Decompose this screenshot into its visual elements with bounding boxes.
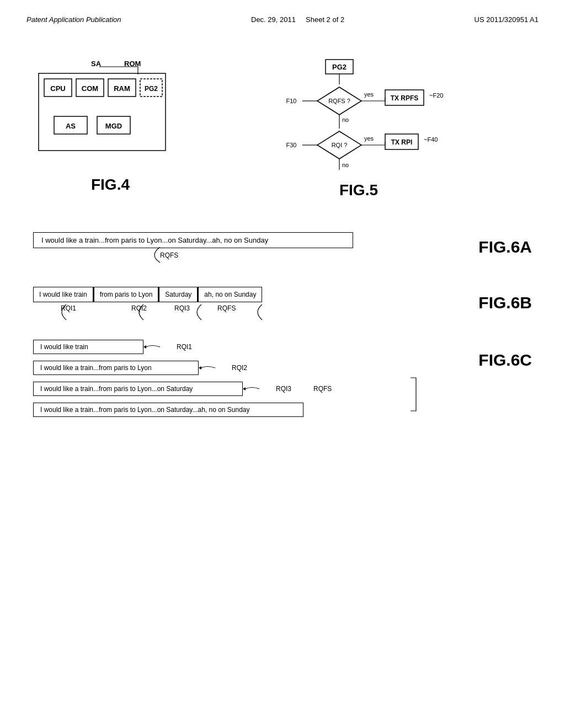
svg-text:~F20: ~F20 [429,92,443,99]
svg-text:AS: AS [66,122,76,130]
svg-marker-43 [143,345,146,349]
fig6c-row3: I would like a train...from paris to Lyo… [33,382,532,396]
fig6c-row4: I would like a train...from paris to Lyo… [33,403,532,417]
page-header: Patent Application Publication Dec. 29, … [0,0,565,24]
fig6c-row2: I would like a train...from paris to Lyo… [33,361,532,375]
fig6c-arrow3-svg [243,383,276,394]
svg-text:RAM: RAM [114,84,130,93]
fig6a-box-area: I would like a train...from paris to Lyo… [33,232,478,259]
fig6c-rqi3-label: RQI3 [276,385,291,393]
fig6b-box1: I would Iike train [33,287,93,302]
svg-marker-44 [199,366,201,370]
svg-text:PG2: PG2 [145,85,158,93]
fig5-svg: PG2 RQFS ? F10 no [265,57,452,173]
fig6a-section: I would like a train...from paris to Lyo… [33,232,532,259]
fig4-label: FIG.4 [91,176,130,194]
fig6b-labels: RQI1 RQI2 RQI3 RQFS FIG.6B [33,304,532,312]
fig6c-rqi2-label: RQI2 [232,364,247,372]
fig-top-row: SA ROM CPU COM [33,57,532,199]
fig6b-box4: ah, no on Sunday [197,287,262,302]
svg-text:RQI ?: RQI ? [332,142,348,148]
header-right: US 2011/320951 A1 [475,15,539,24]
patent-number: US 2011/320951 A1 [475,15,539,24]
svg-text:PG2: PG2 [332,63,347,71]
fig6b-arrows-svg [33,302,392,322]
fig6c-rqfs-side: RQFS [313,385,332,393]
svg-text:CPU: CPU [50,84,65,93]
fig6b-box2: from paris to Lyon [93,287,159,302]
svg-text:~F40: ~F40 [424,136,438,143]
svg-text:RQFS ?: RQFS ? [328,98,350,104]
fig6b-boxes-row: I would Iike train from paris to Lyon Sa… [33,287,532,302]
svg-text:no: no [342,116,349,123]
main-content: SA ROM CPU COM [0,24,565,439]
fig6c-brace-svg [405,375,422,414]
publication-type: Patent Application Publication [26,15,121,24]
fig6c-arrow2-svg [199,362,232,373]
svg-text:no: no [342,162,349,168]
fig6b-box3: Saturday [158,287,198,302]
svg-marker-45 [243,387,246,390]
fig6c-box3: I would like a train...from paris to Lyo… [33,382,243,396]
fig5-diagram: PG2 RQFS ? F10 no [265,57,452,173]
fig6a-below: RQFS [160,251,478,259]
fig4-diagram: SA ROM CPU COM [33,57,188,167]
fig6c-box1: I would Iike train [33,340,143,354]
sheet-info: Sheet 2 of 2 [306,15,344,24]
fig5-container: PG2 RQFS ? F10 no [265,57,452,199]
svg-text:MGD: MGD [105,122,122,130]
fig6a-box: I would like a train...from paris to Lyo… [33,232,353,248]
pub-date: Dec. 29, 2011 [251,15,296,24]
fig6b-label: FIG.6B [478,293,532,312]
fig6a-row: I would like a train...from paris to Lyo… [33,232,532,259]
fig6b-section: I would Iike train from paris to Lyon Sa… [33,287,532,312]
svg-text:yes: yes [364,91,374,98]
header-left: Patent Application Publication [26,15,121,24]
fig5-label: FIG.5 [339,181,378,199]
fig6a-arrow-svg [138,247,193,264]
svg-text:TX RPI: TX RPI [391,138,413,146]
header-center: Dec. 29, 2011 Sheet 2 of 2 [251,15,344,24]
fig4-svg: CPU COM RAM PG2 AS MGD [33,57,188,167]
svg-text:F10: F10 [286,98,297,104]
fig6c-arrow1-svg [143,341,177,352]
fig6c-box2: I would like a train...from paris to Lyo… [33,361,199,375]
fig6c-label: FIG.6C [478,351,532,370]
svg-text:yes: yes [364,135,374,142]
fig6c-rqi1-label: RQI1 [177,343,192,351]
fig6c-box4: I would like a train...from paris to Lyo… [33,403,303,417]
fig6c-row1: I would Iike train RQI1 [33,340,532,354]
fig6a-label: FIG.6A [478,238,532,256]
svg-text:F30: F30 [286,142,297,148]
fig6c-section: FIG.6C I would Iike train RQI1 I would l… [33,340,532,417]
svg-text:COM: COM [82,84,98,93]
fig4-container: SA ROM CPU COM [33,57,188,194]
svg-text:TX RPFS: TX RPFS [391,94,419,102]
